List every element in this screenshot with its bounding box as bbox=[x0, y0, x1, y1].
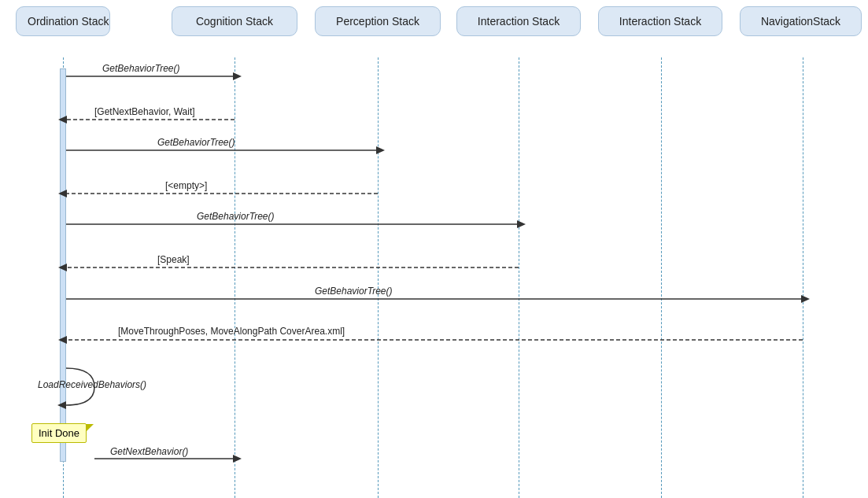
sequence-diagram: Ordination Stack Cognition Stack Percept… bbox=[0, 0, 868, 498]
activation-ordination bbox=[60, 68, 66, 462]
label-m7: GetBehaviorTree() bbox=[315, 286, 392, 297]
actor-perception: Perception Stack bbox=[315, 6, 441, 36]
lifeline-cognition bbox=[235, 57, 235, 498]
lifeline-perception bbox=[378, 57, 379, 498]
label-m4: [<empty>] bbox=[165, 180, 207, 191]
lifeline-navigation bbox=[803, 57, 803, 498]
lifeline-interaction2 bbox=[661, 57, 662, 498]
label-m6: [Speak] bbox=[157, 254, 190, 265]
actor-cognition: Cognition Stack bbox=[172, 6, 297, 36]
lifeline-interaction1 bbox=[519, 57, 519, 498]
arrows-svg bbox=[0, 0, 868, 498]
actor-ordination: Ordination Stack bbox=[16, 6, 110, 36]
actor-interaction1: Interaction Stack bbox=[456, 6, 581, 36]
note-init-done: Init Done bbox=[31, 423, 87, 443]
label-m1: GetBehaviorTree() bbox=[102, 63, 179, 74]
label-last: GetNextBehavior() bbox=[110, 446, 188, 457]
label-m3: GetBehaviorTree() bbox=[157, 137, 235, 148]
actor-navigation: NavigationStack bbox=[740, 6, 862, 36]
label-m5: GetBehaviorTree() bbox=[197, 211, 274, 222]
label-m8: [MoveThroughPoses, MoveAlongPath CoverAr… bbox=[118, 326, 345, 337]
actor-interaction2: Interaction Stack bbox=[598, 6, 722, 36]
label-self: LoadReceivedBehaviors() bbox=[38, 379, 146, 390]
label-m2: [GetNextBehavior, Wait] bbox=[94, 106, 195, 117]
